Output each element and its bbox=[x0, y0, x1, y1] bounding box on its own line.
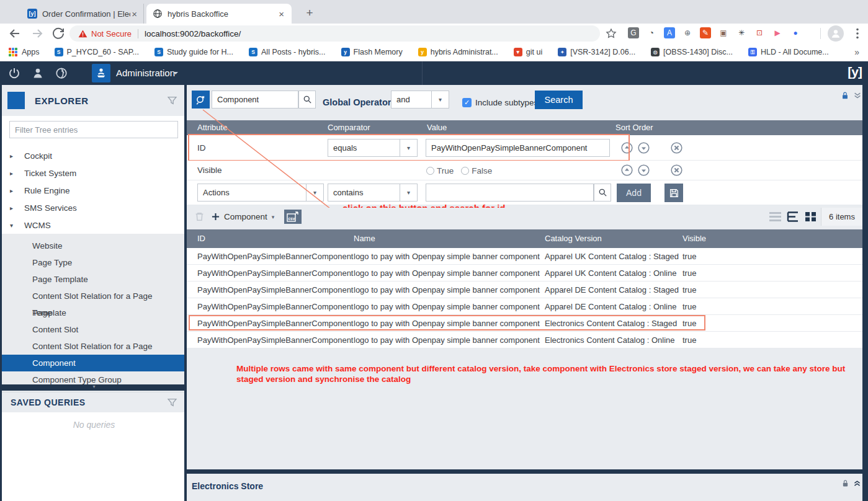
tree-node-sms-services[interactable]: ▸SMS Services bbox=[2, 199, 186, 216]
tree-leaf-page[interactable]: Page bbox=[2, 304, 186, 321]
grid-view-icon[interactable] bbox=[805, 211, 817, 222]
visible-false-radio[interactable]: False bbox=[461, 166, 492, 175]
sphere-extension-icon[interactable]: ● bbox=[790, 27, 801, 38]
visible-true-radio[interactable]: True bbox=[426, 166, 454, 175]
type-search-input[interactable] bbox=[212, 91, 298, 109]
comparator-select[interactable]: contains bbox=[328, 184, 400, 202]
apps-shortcut[interactable]: Apps bbox=[9, 48, 40, 56]
global-operator-dropdown-icon[interactable]: ▾ bbox=[432, 91, 449, 109]
bookmarks-overflow-icon[interactable]: » bbox=[854, 47, 859, 57]
browser-menu-icon[interactable] bbox=[851, 26, 864, 41]
tree-node-cockpit[interactable]: ▸Cockpit bbox=[2, 147, 186, 164]
tree-leaf-website[interactable]: Website bbox=[2, 237, 186, 254]
pen-extension-icon[interactable]: ✎ bbox=[700, 27, 711, 38]
bookmark-item[interactable]: SStudy guide for H... bbox=[154, 48, 233, 56]
lock-icon[interactable] bbox=[841, 91, 849, 100]
collapse-chevron-icon[interactable] bbox=[853, 91, 862, 100]
remove-condition-icon[interactable] bbox=[671, 142, 682, 154]
bookmark-item[interactable]: ⚿HLD - All Docume... bbox=[748, 48, 829, 56]
expand-chevron-icon[interactable] bbox=[853, 479, 861, 487]
advanced-search-toggle-button[interactable] bbox=[192, 91, 210, 109]
result-row[interactable]: PayWithOpenPaySimpleBannerComponentlogo … bbox=[187, 248, 862, 265]
bookmark-item[interactable]: ✦[VSR-3142] D.06... bbox=[558, 48, 635, 56]
remove-condition-icon[interactable] bbox=[671, 164, 682, 176]
sort-ascending-icon[interactable] bbox=[621, 142, 633, 154]
perspective-caret-icon[interactable] bbox=[172, 69, 179, 77]
results-header-id[interactable]: ID bbox=[197, 229, 205, 248]
play-extension-icon[interactable]: ▶ bbox=[772, 27, 783, 38]
reload-icon[interactable] bbox=[51, 26, 66, 41]
create-component-button[interactable]: Component ▾ bbox=[212, 208, 274, 226]
result-row[interactable]: PayWithOpenPaySimpleBannerComponentlogo … bbox=[187, 315, 862, 332]
results-header-visible[interactable]: Visible bbox=[682, 229, 706, 248]
tree-leaf-page-type[interactable]: Page Type bbox=[2, 254, 186, 271]
browser-tab-order-confirmation[interactable]: [y] Order Confirmation | Electronic × bbox=[22, 4, 144, 24]
type-search-button[interactable] bbox=[298, 91, 316, 109]
search-button[interactable]: Search bbox=[535, 91, 583, 109]
forward-icon[interactable] bbox=[30, 26, 45, 41]
tab-close-icon[interactable]: × bbox=[130, 9, 138, 19]
reference-search-button[interactable] bbox=[594, 184, 611, 202]
bookmark-item[interactable]: yFlash Memory bbox=[341, 48, 403, 56]
add-condition-button[interactable]: Add bbox=[617, 184, 651, 202]
tree-node-ticket-system[interactable]: ▸Ticket System bbox=[2, 164, 186, 182]
window-extension-icon[interactable]: ▣ bbox=[718, 27, 729, 38]
bookmark-star-icon[interactable] bbox=[605, 27, 617, 40]
bookmark-item[interactable]: SP_HYCD_60 - SAP... bbox=[55, 48, 140, 56]
result-row[interactable]: PayWithOpenPaySimpleBannerComponentlogo … bbox=[187, 265, 862, 282]
comparator-dropdown-icon[interactable]: ▾ bbox=[400, 139, 418, 157]
export-csv-button[interactable]: csv bbox=[284, 210, 302, 224]
comparator-select[interactable]: equals bbox=[328, 139, 400, 157]
perspective-icon-button[interactable] bbox=[92, 64, 110, 82]
bookmark-item[interactable]: ▼git ui bbox=[514, 48, 542, 56]
bookmark-item[interactable]: ◍[OBSS-1430] Disc... bbox=[651, 48, 733, 56]
bookmark-item[interactable]: SAll Posts - hybris... bbox=[249, 48, 326, 56]
orb-extension-icon[interactable]: ◔ bbox=[646, 27, 657, 38]
attribute-select[interactable]: Actions bbox=[197, 184, 306, 202]
saved-queries-funnel-icon[interactable] bbox=[167, 397, 177, 408]
tree-leaf-page-template[interactable]: Page Template bbox=[2, 271, 186, 288]
results-header-name[interactable]: Name bbox=[354, 229, 375, 248]
bottom-panel-divider[interactable] bbox=[187, 469, 868, 474]
asterisk-extension-icon[interactable]: ✳ bbox=[736, 27, 747, 38]
profile-avatar[interactable] bbox=[828, 25, 844, 42]
sort-descending-icon[interactable] bbox=[638, 164, 650, 176]
globe-mesh-extension-icon[interactable]: ⊕ bbox=[682, 27, 693, 38]
tree-leaf-content-slot[interactable]: Content Slot bbox=[2, 321, 186, 338]
logout-power-icon[interactable] bbox=[8, 67, 20, 79]
id-value-input[interactable] bbox=[426, 139, 610, 157]
tree-leaf-component[interactable]: Component bbox=[2, 355, 186, 371]
browser-tab-backoffice[interactable]: hybris Backoffice × bbox=[146, 4, 292, 24]
new-condition-value-input[interactable] bbox=[426, 184, 594, 202]
translate-extension-icon[interactable]: A bbox=[664, 27, 675, 38]
letter-g-extension-icon[interactable]: G bbox=[628, 27, 639, 38]
lock-icon[interactable] bbox=[841, 479, 849, 487]
back-icon[interactable] bbox=[7, 26, 22, 41]
capture-extension-icon[interactable]: ⊡ bbox=[754, 27, 765, 38]
attribute-dropdown-icon[interactable]: ▾ bbox=[306, 184, 324, 202]
bookmark-item[interactable]: yhybris Administrat... bbox=[418, 48, 498, 56]
sort-descending-icon[interactable] bbox=[638, 142, 650, 154]
sort-ascending-icon[interactable] bbox=[621, 164, 633, 176]
result-row[interactable]: PayWithOpenPaySimpleBannerComponentlogo … bbox=[187, 282, 862, 298]
tree-scroll-indicator[interactable]: ▾ bbox=[2, 384, 186, 391]
perspective-label[interactable]: Administration bbox=[116, 61, 175, 85]
include-subtypes-checkbox[interactable]: ✓ bbox=[462, 98, 472, 107]
tree-node-wcms[interactable]: ▾WCMS bbox=[2, 216, 186, 234]
save-query-button[interactable] bbox=[664, 184, 683, 202]
global-operator-select[interactable]: and bbox=[391, 91, 432, 109]
list-view-icon[interactable] bbox=[769, 211, 781, 222]
tab-close-icon[interactable]: × bbox=[277, 9, 285, 19]
filter-funnel-icon[interactable] bbox=[167, 95, 177, 106]
comparator-dropdown-icon[interactable]: ▾ bbox=[400, 184, 418, 202]
tree-leaf-content-slot-relation-for-a-page-template[interactable]: Content Slot Relation for a Page Templat… bbox=[2, 288, 186, 304]
new-tab-button[interactable]: + bbox=[302, 6, 318, 22]
delete-icon[interactable] bbox=[194, 211, 205, 222]
results-header-catalog-version[interactable]: Catalog Version bbox=[545, 229, 602, 248]
result-row[interactable]: PayWithOpenPaySimpleBannerComponentlogo … bbox=[187, 332, 862, 348]
tree-view-icon[interactable] bbox=[787, 211, 799, 222]
globe-icon[interactable] bbox=[55, 67, 68, 79]
filter-tree-input[interactable] bbox=[9, 121, 178, 138]
user-icon[interactable] bbox=[32, 67, 44, 79]
tree-leaf-content-slot-relation-for-a-page[interactable]: Content Slot Relation for a Page bbox=[2, 338, 186, 355]
